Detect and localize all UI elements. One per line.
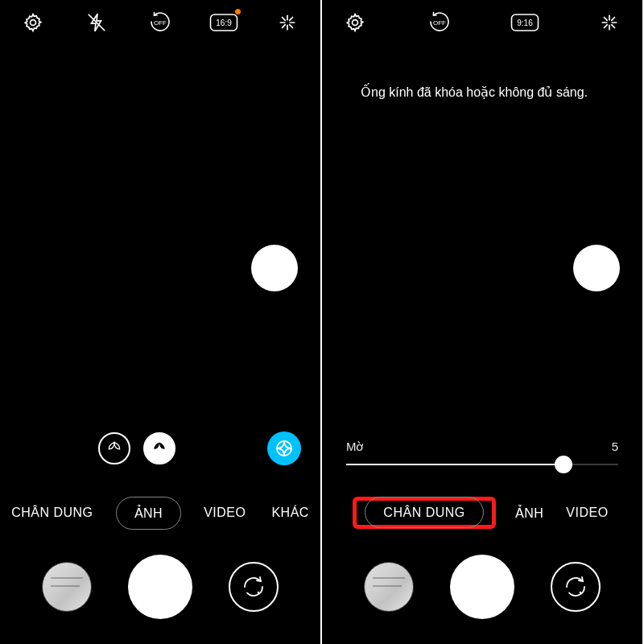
timer-off-icon[interactable]: OFF xyxy=(142,4,179,41)
magic-wand-icon[interactable] xyxy=(591,4,628,41)
aspect-ratio-icon[interactable]: 9:16 xyxy=(506,4,543,41)
effects-icon[interactable] xyxy=(267,431,301,465)
floating-shutter-button[interactable] xyxy=(573,245,620,291)
svg-point-0 xyxy=(31,20,36,26)
svg-line-25 xyxy=(612,18,615,21)
mode-portrait[interactable]: CHÂN DUNG xyxy=(365,497,483,528)
beauty-on-icon[interactable] xyxy=(143,432,175,464)
highlight-annotation: CHÂN DUNG xyxy=(353,497,495,529)
shutter-button[interactable] xyxy=(450,555,514,619)
svg-text:9:16: 9:16 xyxy=(517,19,533,27)
blur-track[interactable] xyxy=(346,464,618,465)
svg-line-26 xyxy=(604,25,607,28)
aspect-ratio-icon[interactable]: 16:9 xyxy=(205,4,242,41)
viewfinder[interactable]: Ống kính đã khóa hoặc không đủ sáng. xyxy=(322,45,642,467)
mode-portrait[interactable]: CHÂN DUNG xyxy=(8,499,96,526)
settings-icon[interactable] xyxy=(14,4,52,41)
blur-slider-labels: Mờ 5 xyxy=(346,440,618,454)
timer-off-icon[interactable]: OFF xyxy=(421,4,458,41)
svg-line-11 xyxy=(290,18,293,21)
blur-track-fill xyxy=(346,464,564,465)
gallery-thumbnail[interactable] xyxy=(364,562,414,612)
mode-more[interactable]: KHÁC xyxy=(268,499,312,526)
bottom-bar xyxy=(0,538,320,644)
mode-photo[interactable]: ẢNH xyxy=(116,497,182,530)
beauty-off-icon[interactable] xyxy=(98,432,130,464)
top-toolbar: OFF 16:9 xyxy=(0,0,320,45)
flash-off-icon[interactable] xyxy=(78,4,115,41)
blur-slider[interactable]: Mờ 5 xyxy=(346,440,618,465)
phone-right: OFF 9:16 Ống kính đã khóa hoặc không đủ … xyxy=(322,0,644,644)
svg-line-24 xyxy=(612,25,615,28)
switch-camera-button[interactable] xyxy=(229,562,279,612)
blur-thumb[interactable] xyxy=(555,456,572,473)
mode-video[interactable]: VIDEO xyxy=(563,499,611,526)
mode-photo[interactable]: ẢNH xyxy=(512,499,547,527)
mode-video[interactable]: VIDEO xyxy=(200,499,249,526)
svg-line-9 xyxy=(283,18,286,21)
lens-warning-text: Ống kính đã khóa hoặc không đủ sáng. xyxy=(361,84,610,101)
blur-label-right: 5 xyxy=(612,440,618,454)
blur-label-left: Mờ xyxy=(346,440,364,454)
svg-text:OFF: OFF xyxy=(433,19,446,27)
svg-line-10 xyxy=(290,25,293,28)
mode-strip[interactable]: CHÂN DUNG ẢNH VIDEO xyxy=(322,488,642,538)
svg-line-12 xyxy=(283,25,286,28)
svg-point-15 xyxy=(353,20,358,26)
phone-left: OFF 16:9 xyxy=(0,0,322,644)
magic-wand-icon[interactable] xyxy=(269,4,306,41)
svg-text:OFF: OFF xyxy=(154,19,167,27)
svg-line-23 xyxy=(604,18,607,21)
gallery-thumbnail[interactable] xyxy=(42,562,92,612)
settings-icon[interactable] xyxy=(336,4,374,41)
switch-camera-button[interactable] xyxy=(551,562,601,612)
top-toolbar: OFF 9:16 xyxy=(322,0,642,45)
mode-strip[interactable]: CHÂN DUNG ẢNH VIDEO KHÁC xyxy=(0,488,320,538)
viewfinder[interactable] xyxy=(0,45,320,467)
svg-text:16:9: 16:9 xyxy=(216,19,232,27)
bottom-bar xyxy=(322,538,642,644)
svg-point-27 xyxy=(579,592,581,594)
floating-shutter-button[interactable] xyxy=(251,245,298,291)
filter-row xyxy=(0,428,320,469)
shutter-button[interactable] xyxy=(128,555,192,619)
svg-point-14 xyxy=(257,592,259,594)
indicator-dot xyxy=(235,9,241,14)
